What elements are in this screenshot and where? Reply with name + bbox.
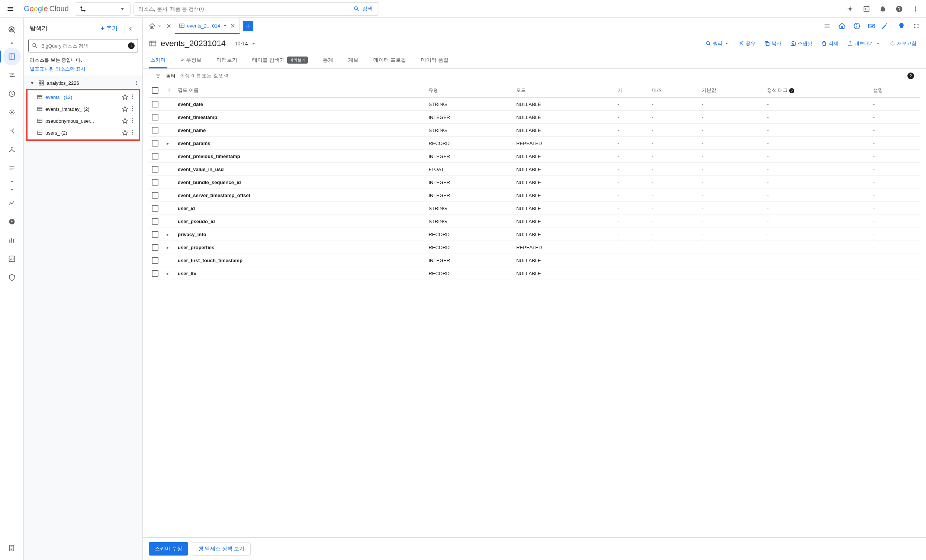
expand-icon[interactable]: ▸	[166, 271, 172, 276]
notifications-icon[interactable]	[875, 2, 890, 17]
export-button[interactable]: 내보내기	[843, 38, 884, 49]
home-tab[interactable]	[146, 23, 175, 29]
help-icon[interactable]: ?	[128, 42, 135, 49]
table-row[interactable]: users_ (2)	[27, 127, 139, 139]
list-view-icon[interactable]	[820, 19, 834, 33]
expand-icon[interactable]: ▸	[166, 232, 172, 237]
sub-tab-schema[interactable]: 스키마	[149, 53, 167, 68]
sub-tab-lineage[interactable]: 계보	[346, 53, 360, 68]
nav-policy[interactable]	[3, 268, 21, 286]
sub-tab-data-profile[interactable]: 데이터 프로필	[372, 53, 408, 68]
sub-tab-details[interactable]: 세부정보	[179, 53, 203, 68]
header-description[interactable]: 설명	[870, 83, 920, 98]
dataset-row[interactable]: ▾ analytics_2226	[24, 77, 142, 89]
table-row[interactable]: events_ (12)	[27, 91, 139, 103]
sub-tab-table-explorer[interactable]: 테이블 탐색기미리보기	[251, 53, 309, 68]
logo[interactable]: Google Cloud	[21, 5, 72, 13]
more-vert-icon[interactable]	[130, 129, 136, 135]
row-checkbox[interactable]	[152, 205, 159, 212]
row-checkbox[interactable]	[152, 114, 159, 121]
star-icon[interactable]	[122, 94, 128, 100]
help-icon[interactable]: ?	[908, 73, 914, 79]
nav-analytics-hub[interactable]	[3, 103, 21, 121]
table-row[interactable]: pseudonymous_user...	[27, 115, 139, 127]
nav-connections[interactable]	[3, 141, 21, 158]
filter-placeholder[interactable]: 속성 이름 또는 값 입력	[180, 73, 903, 79]
starred-only-link[interactable]: 별표표시된 리소스만 표시	[24, 65, 142, 76]
fullscreen-icon[interactable]	[909, 19, 923, 33]
row-checkbox[interactable]	[152, 179, 159, 186]
more-vert-icon[interactable]	[130, 106, 136, 112]
row-checkbox[interactable]	[152, 140, 159, 147]
gemini-icon[interactable]	[843, 2, 858, 17]
share-button[interactable]: 공유	[734, 38, 759, 49]
edit-icon[interactable]	[880, 19, 893, 33]
header-mode[interactable]: 모드	[513, 83, 614, 98]
search-button[interactable]: 검색	[347, 3, 378, 15]
row-checkbox[interactable]	[152, 101, 159, 107]
delete-button[interactable]: 삭제	[817, 38, 842, 49]
keyboard-icon[interactable]	[865, 19, 878, 33]
nav-explore[interactable]	[3, 213, 21, 230]
row-checkbox[interactable]	[152, 231, 159, 238]
tab-events[interactable]: events_2... 014	[175, 18, 240, 34]
header-collation[interactable]: 대조	[649, 83, 699, 98]
row-checkbox[interactable]	[152, 192, 159, 198]
nav-partner[interactable]	[3, 159, 21, 177]
row-checkbox[interactable]	[152, 166, 159, 173]
nav-scheduled[interactable]	[3, 85, 21, 103]
collapse-explorer-button[interactable]	[125, 23, 136, 35]
nav-capacity[interactable]	[3, 231, 21, 249]
sub-tab-data-quality[interactable]: 데이터 품질	[419, 53, 450, 68]
select-all-checkbox[interactable]	[152, 87, 159, 94]
snapshot-button[interactable]: 스냅샷	[787, 38, 816, 49]
nav-dataform[interactable]	[3, 122, 21, 140]
help-icon[interactable]	[892, 2, 907, 17]
header-default[interactable]: 기본값	[699, 83, 764, 98]
more-vert-icon[interactable]	[130, 94, 136, 100]
search-input[interactable]	[134, 3, 347, 15]
sub-tab-preview[interactable]: 미리보기	[215, 53, 239, 68]
header-key[interactable]: 키	[614, 83, 649, 98]
close-icon[interactable]	[166, 23, 172, 29]
home-icon-2[interactable]	[835, 19, 849, 33]
nav-monitoring[interactable]	[3, 194, 21, 212]
nav-sql-workspace[interactable]	[3, 48, 21, 65]
view-row-access-button[interactable]: 행 액세스 정책 보기	[192, 542, 251, 555]
explorer-search[interactable]: ?	[28, 39, 138, 53]
add-tab-button[interactable]	[243, 21, 253, 31]
more-icon[interactable]	[908, 2, 923, 17]
nav-bigquery-icon[interactable]	[3, 21, 21, 39]
query-button[interactable]: 쿼리	[702, 38, 733, 49]
nav-bi-engine[interactable]	[3, 250, 21, 268]
row-checkbox[interactable]	[152, 270, 159, 277]
header-field-name[interactable]: 필드 이름	[175, 83, 425, 98]
lightbulb-icon[interactable]	[895, 19, 908, 33]
partition-selector[interactable]: 10-14	[232, 40, 260, 47]
refresh-button[interactable]: 새로고침	[886, 38, 920, 49]
cloud-shell-icon[interactable]	[859, 2, 874, 17]
add-resource-button[interactable]: + 추가	[97, 22, 122, 35]
sort-icon[interactable]	[166, 88, 172, 92]
more-vert-icon[interactable]	[130, 118, 136, 123]
close-icon[interactable]	[230, 23, 236, 29]
star-icon[interactable]	[122, 129, 128, 136]
row-checkbox[interactable]	[152, 218, 159, 225]
hamburger-menu[interactable]	[3, 2, 18, 17]
expand-icon[interactable]: ▸	[166, 245, 172, 250]
project-selector[interactable]	[75, 2, 130, 16]
header-policy-tags[interactable]: 정책 태그 ?	[764, 83, 870, 98]
edit-schema-button[interactable]: 스키마 수정	[149, 542, 188, 555]
table-row[interactable]: events_intraday_ (2)	[27, 103, 139, 115]
copy-button[interactable]: 복사	[761, 38, 785, 49]
explorer-search-input[interactable]	[41, 43, 125, 49]
row-checkbox[interactable]	[152, 153, 159, 159]
star-icon[interactable]	[122, 118, 128, 124]
sub-tab-stats[interactable]: 통계	[321, 53, 335, 68]
info-icon[interactable]	[850, 19, 864, 33]
row-checkbox[interactable]	[152, 127, 159, 133]
expand-icon[interactable]: ▸	[166, 141, 172, 146]
more-vert-icon[interactable]	[133, 80, 139, 86]
row-checkbox[interactable]	[152, 244, 159, 251]
help-icon[interactable]: ?	[789, 88, 794, 93]
